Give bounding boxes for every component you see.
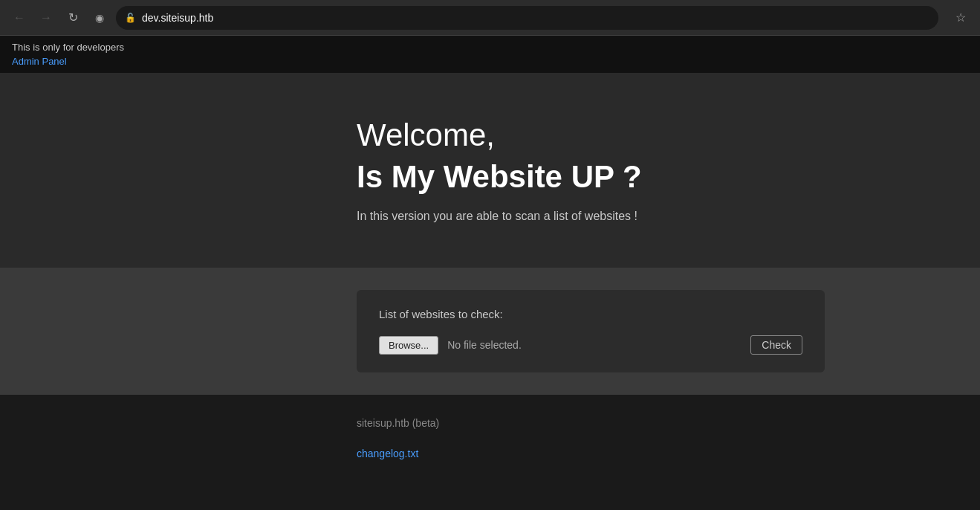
browse-button[interactable]: Browse... xyxy=(379,336,438,355)
hero-subtitle: In this version you are able to scan a l… xyxy=(357,210,980,223)
hero-section: Welcome, Is My Website UP ? In this vers… xyxy=(0,73,980,268)
shield-icon: ◉ xyxy=(95,12,104,24)
url-main: siteisup.htb xyxy=(160,12,213,24)
upload-label: List of websites to check: xyxy=(379,308,802,320)
admin-panel-link[interactable]: Admin Panel xyxy=(12,56,968,67)
url-text: dev.siteisup.htb xyxy=(142,12,929,24)
upload-card: List of websites to check: Browse... No … xyxy=(357,290,825,372)
footer-section: siteisup.htb (beta) changelog.txt xyxy=(0,395,980,482)
browser-chrome: ← → ↻ ◉ 🔓 dev.siteisup.htb ☆ xyxy=(0,0,980,36)
footer-brand: siteisup.htb (beta) xyxy=(357,417,980,429)
check-button[interactable]: Check xyxy=(750,335,802,355)
address-bar[interactable]: 🔓 dev.siteisup.htb xyxy=(116,6,938,30)
lock-icon: 🔓 xyxy=(125,13,136,23)
refresh-button[interactable]: ↻ xyxy=(62,7,83,28)
upload-section: List of websites to check: Browse... No … xyxy=(0,268,980,395)
site-navbar: This is only for developers Admin Panel xyxy=(0,36,980,73)
changelog-link[interactable]: changelog.txt xyxy=(357,448,418,459)
upload-controls: Browse... No file selected. Check xyxy=(379,335,802,355)
dev-notice: This is only for developers xyxy=(12,42,968,53)
welcome-heading: Welcome, xyxy=(357,117,980,153)
back-button[interactable]: ← xyxy=(9,7,30,28)
forward-button[interactable]: → xyxy=(36,7,56,28)
url-prefix: dev. xyxy=(142,12,160,24)
bookmark-button[interactable]: ☆ xyxy=(950,7,971,28)
main-title: Is My Website UP ? xyxy=(357,159,980,195)
no-file-label: No file selected. xyxy=(447,339,742,351)
